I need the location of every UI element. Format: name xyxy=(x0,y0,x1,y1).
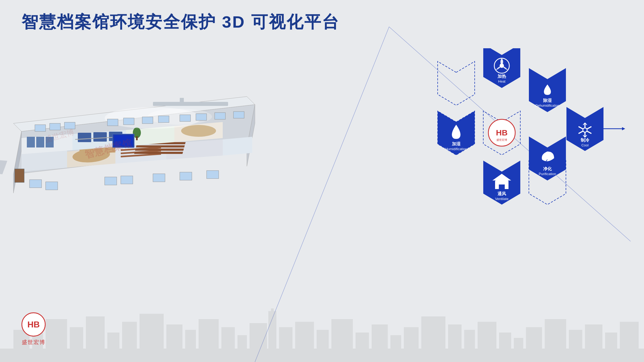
heat-label-cn: 加热 xyxy=(497,74,506,79)
logo-circle: HB xyxy=(21,312,46,337)
svg-rect-18 xyxy=(271,308,274,314)
svg-rect-15 xyxy=(237,335,247,349)
outline-hex-1 xyxy=(438,61,475,105)
svg-rect-45 xyxy=(0,158,7,174)
svg-point-109 xyxy=(583,128,587,132)
logo-hb-text: HB xyxy=(27,320,40,330)
svg-rect-79 xyxy=(123,118,134,125)
svg-rect-76 xyxy=(50,123,60,130)
svg-rect-55 xyxy=(136,145,185,147)
svg-rect-37 xyxy=(605,333,617,349)
humidification-label-en: Humidification xyxy=(445,147,467,151)
dehumidification-label-cn: 除湿 xyxy=(543,98,552,103)
svg-rect-93 xyxy=(15,169,24,182)
svg-rect-20 xyxy=(295,322,314,349)
cool-label-en: Cool xyxy=(581,143,589,147)
purification-label-en: Purification xyxy=(539,172,556,176)
center-logo-name: 盛世宏博 xyxy=(496,138,507,141)
svg-rect-91 xyxy=(180,172,192,180)
svg-rect-88 xyxy=(105,177,117,185)
svg-rect-13 xyxy=(199,319,219,349)
svg-rect-92 xyxy=(207,171,219,179)
svg-rect-38 xyxy=(620,322,639,349)
svg-rect-11 xyxy=(166,324,182,349)
svg-rect-8 xyxy=(107,333,119,349)
ventilate-label-en: Ventilate xyxy=(495,197,508,201)
dehumidification-label-en: Dehumidification xyxy=(536,104,559,108)
svg-rect-16 xyxy=(250,323,267,349)
svg-rect-75 xyxy=(35,125,46,131)
svg-rect-84 xyxy=(215,113,225,119)
svg-rect-83 xyxy=(196,114,207,120)
purification-label-cn: 净化 xyxy=(543,167,552,171)
svg-rect-81 xyxy=(158,116,169,123)
svg-rect-17 xyxy=(268,311,276,349)
svg-rect-19 xyxy=(279,327,292,349)
cool-arrow xyxy=(622,127,625,130)
svg-rect-31 xyxy=(499,333,511,349)
heat-label-en: Heat xyxy=(498,79,506,83)
svg-rect-14 xyxy=(221,327,235,349)
svg-rect-69 xyxy=(136,136,138,140)
svg-rect-36 xyxy=(585,324,602,349)
svg-rect-86 xyxy=(30,180,42,188)
humidification-label-cn: 加湿 xyxy=(452,142,461,146)
svg-point-71 xyxy=(181,125,216,137)
svg-rect-63 xyxy=(78,133,91,142)
svg-rect-57 xyxy=(134,152,183,154)
svg-rect-32 xyxy=(514,338,523,349)
svg-rect-6 xyxy=(70,327,83,349)
svg-rect-59 xyxy=(27,137,35,147)
svg-rect-33 xyxy=(526,327,542,349)
center-logo-hb: HB xyxy=(496,128,507,137)
svg-rect-21 xyxy=(317,330,329,349)
svg-rect-77 xyxy=(64,122,75,129)
svg-rect-80 xyxy=(142,117,153,124)
svg-rect-24 xyxy=(372,324,388,349)
svg-rect-89 xyxy=(121,176,133,184)
svg-rect-112 xyxy=(499,184,505,189)
cool-label-cn: 制冷 xyxy=(580,138,590,142)
svg-marker-72 xyxy=(223,137,252,156)
city-silhouette xyxy=(0,308,644,362)
svg-rect-95 xyxy=(180,98,184,103)
svg-rect-82 xyxy=(180,115,191,121)
svg-rect-22 xyxy=(331,319,353,349)
svg-rect-26 xyxy=(404,327,419,349)
building-3d-illustration: 智慧档案馆 盛世宏博 xyxy=(0,19,287,220)
svg-rect-30 xyxy=(478,322,496,349)
logo-company-name: 盛世宏博 xyxy=(22,339,45,346)
svg-rect-28 xyxy=(448,324,462,349)
svg-rect-78 xyxy=(107,119,118,126)
svg-rect-12 xyxy=(185,330,196,349)
svg-rect-7 xyxy=(86,316,105,349)
svg-rect-90 xyxy=(153,174,165,182)
svg-rect-29 xyxy=(464,330,475,349)
svg-rect-34 xyxy=(545,319,566,349)
svg-rect-64 xyxy=(93,132,107,142)
svg-rect-56 xyxy=(135,149,184,151)
hex-grid-container: 加热 Heat 除湿 Dehumidification 加湿 Humidific… xyxy=(386,48,628,236)
svg-rect-10 xyxy=(140,314,164,349)
svg-rect-87 xyxy=(46,182,58,190)
svg-rect-94 xyxy=(153,102,228,106)
svg-rect-23 xyxy=(356,333,369,349)
svg-rect-5 xyxy=(46,319,67,349)
svg-rect-9 xyxy=(122,322,137,349)
svg-rect-27 xyxy=(421,316,445,349)
ventilate-label-cn: 通风 xyxy=(497,191,506,196)
svg-rect-35 xyxy=(569,330,582,349)
svg-rect-25 xyxy=(390,335,401,349)
svg-rect-2 xyxy=(0,349,644,362)
bottom-left-logo: HB 盛世宏博 xyxy=(21,312,46,346)
svg-rect-60 xyxy=(36,137,44,147)
svg-rect-85 xyxy=(233,112,244,118)
